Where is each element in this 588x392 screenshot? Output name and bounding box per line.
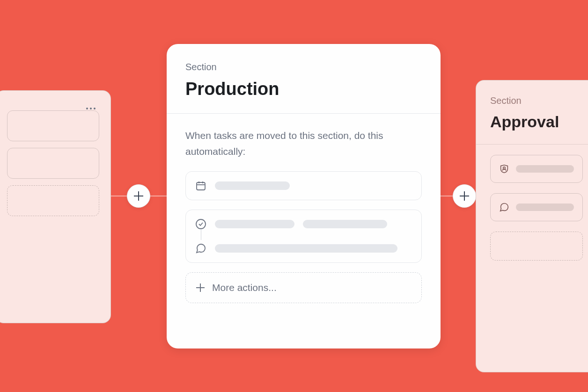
add-rule-placeholder[interactable] <box>490 232 583 261</box>
next-section-card-approval: Section Approval <box>476 80 588 372</box>
connector-line <box>441 196 454 196</box>
add-section-button-right[interactable] <box>453 184 476 208</box>
plus-icon <box>196 283 205 292</box>
rule-placeholder-row[interactable] <box>7 110 99 141</box>
rules-description: When tasks are moved to this section, do… <box>185 128 422 159</box>
placeholder-bar <box>215 220 294 228</box>
rule-connector-line <box>201 230 201 240</box>
add-section-button-left[interactable] <box>127 184 150 208</box>
checkmark-circle-icon <box>195 218 206 230</box>
comment-icon <box>499 202 509 212</box>
more-actions-button[interactable]: More actions... <box>185 272 422 303</box>
plus-icon <box>460 191 469 201</box>
placeholder-bar <box>215 181 290 190</box>
assignee-icon <box>499 164 509 174</box>
connector-line <box>149 196 167 196</box>
placeholder-bar <box>303 220 387 228</box>
rule-row-set-due-date[interactable] <box>185 171 422 200</box>
placeholder-bar <box>516 203 574 211</box>
previous-section-card <box>0 90 111 323</box>
placeholder-bar <box>516 165 574 173</box>
section-title: Approval <box>490 113 583 131</box>
rule-placeholder-row[interactable] <box>7 148 99 179</box>
more-actions-label: More actions... <box>212 282 277 293</box>
svg-point-2 <box>503 167 506 169</box>
rule-row-assignee[interactable] <box>490 155 583 183</box>
connector-line <box>111 196 128 196</box>
comment-icon <box>195 243 206 254</box>
add-rule-placeholder[interactable] <box>7 185 99 216</box>
calendar-icon <box>195 180 206 191</box>
svg-rect-0 <box>197 182 205 190</box>
section-title: Production <box>185 79 422 99</box>
placeholder-bar <box>215 244 397 253</box>
section-label: Section <box>185 62 422 73</box>
section-card-production: Section Production When tasks are moved … <box>167 44 441 348</box>
rule-row-complete-and-comment[interactable] <box>185 210 422 263</box>
svg-point-1 <box>196 219 206 229</box>
more-icon[interactable] <box>86 108 96 109</box>
plus-icon <box>134 191 143 201</box>
divider <box>476 144 588 145</box>
section-label: Section <box>490 95 583 106</box>
rule-row-comment[interactable] <box>490 193 583 221</box>
